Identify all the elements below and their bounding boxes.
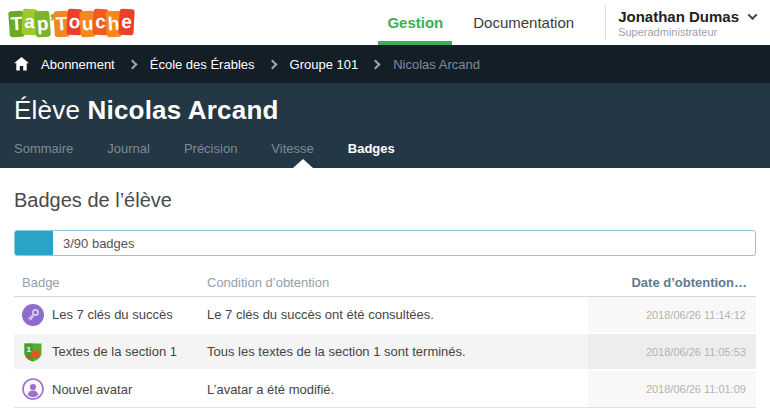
badges-progress-bar: 3/90 badges xyxy=(14,230,756,256)
progress-fill xyxy=(15,231,53,255)
progress-label: 3/90 badges xyxy=(63,231,135,255)
section-heading: Badges de l’élève xyxy=(14,189,756,212)
topbar-divider xyxy=(605,5,606,40)
seven-keys-badge-icon xyxy=(22,304,44,326)
table-row: Les 7 clés du succès Le 7 clés du succès… xyxy=(14,297,756,334)
column-header-condition[interactable]: Condition d’obtention xyxy=(207,275,588,290)
nav-gestion[interactable]: Gestion xyxy=(372,0,458,45)
tab-journal[interactable]: Journal xyxy=(107,141,150,166)
top-bar: T a p ’ T o u c h e Gestion Documentatio… xyxy=(0,0,770,45)
chevron-right-icon xyxy=(371,59,381,69)
column-header-date-label: Date d’obtention xyxy=(631,275,734,290)
tab-badges[interactable]: Badges xyxy=(348,141,395,166)
page-title-name: Nicolas Arcand xyxy=(87,95,278,125)
breadcrumb: Abonnement École des Érables Groupe 101 … xyxy=(0,45,770,83)
topbar-spacer xyxy=(133,0,373,45)
student-header: Élève Nicolas Arcand Sommaire Journal Pr… xyxy=(0,83,770,168)
column-header-date-sorted[interactable]: Date d’obtention… xyxy=(588,275,756,290)
user-role: Superadministrateur xyxy=(618,26,756,38)
logo-letter: e xyxy=(118,8,134,35)
tab-precision[interactable]: Précision xyxy=(184,141,237,166)
breadcrumb-item-current: Nicolas Arcand xyxy=(393,57,480,72)
chevron-right-icon xyxy=(127,59,137,69)
nav-documentation[interactable]: Documentation xyxy=(458,0,589,45)
badge-date: 2018/06/26 11:14:12 xyxy=(588,297,756,332)
breadcrumb-item-abonnement[interactable]: Abonnement xyxy=(41,57,115,72)
column-header-badge[interactable]: Badge xyxy=(14,275,207,290)
badges-table: Badge Condition d’obtention Date d’obten… xyxy=(14,269,756,408)
tab-sommaire[interactable]: Sommaire xyxy=(14,141,73,166)
new-avatar-badge-icon xyxy=(22,378,44,400)
active-tab-pointer xyxy=(293,159,313,168)
page-title: Élève Nicolas Arcand xyxy=(14,95,756,126)
user-menu[interactable]: Jonathan Dumas Superadministrateur xyxy=(618,0,756,45)
breadcrumb-item-ecole[interactable]: École des Érables xyxy=(150,57,255,72)
badge-condition: Le 7 clés du succès ont été consultées. xyxy=(207,307,588,322)
section-1-shield-badge-icon: 1 xyxy=(22,341,44,363)
breadcrumb-item-groupe[interactable]: Groupe 101 xyxy=(290,57,359,72)
page-title-prefix: Élève xyxy=(14,95,80,125)
badge-condition: L’avatar a été modifié. xyxy=(207,382,588,397)
student-tabs: Sommaire Journal Précision Vitesse Badge… xyxy=(14,141,756,166)
badge-name: Les 7 clés du succès xyxy=(52,307,173,322)
table-header-row: Badge Condition d’obtention Date d’obten… xyxy=(14,269,756,297)
badge-condition: Tous les textes de la section 1 sont ter… xyxy=(207,344,588,359)
home-icon[interactable] xyxy=(14,57,29,71)
chevron-right-icon xyxy=(267,59,277,69)
badge-name: Nouvel avatar xyxy=(52,382,132,397)
badge-name: Textes de la section 1 xyxy=(52,344,177,359)
taptouche-logo[interactable]: T a p ’ T o u c h e xyxy=(10,0,133,45)
sort-indicator-icon: … xyxy=(734,275,748,290)
svg-text:1: 1 xyxy=(27,344,32,353)
badges-content: Badges de l’élève 3/90 badges Badge Cond… xyxy=(0,189,770,408)
table-row: Nouvel avatar L’avatar a été modifié. 20… xyxy=(14,371,756,408)
badge-date: 2018/06/26 11:05:53 xyxy=(588,334,756,369)
table-row: 1 Textes de la section 1 Tous les textes… xyxy=(14,334,756,371)
chevron-down-icon xyxy=(748,10,758,20)
user-name: Jonathan Dumas xyxy=(618,8,739,25)
badge-date: 2018/06/26 11:01:09 xyxy=(588,371,756,407)
